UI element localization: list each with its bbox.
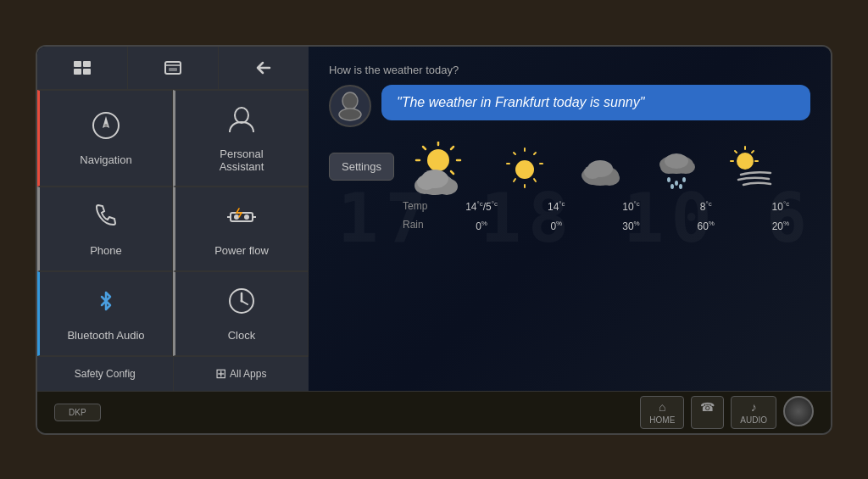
svg-line-25 — [423, 147, 426, 149]
svg-rect-1 — [83, 61, 91, 67]
sidebar-item-navigation[interactable]: Navigation — [37, 90, 173, 187]
safety-config-btn[interactable]: Safety Config — [37, 357, 174, 391]
svg-point-32 — [515, 160, 534, 179]
personal-assistant-label: PersonalAssistant — [220, 148, 264, 173]
svg-line-38 — [514, 179, 515, 181]
weather-section: Settings — [329, 144, 810, 232]
svg-point-49 — [665, 153, 688, 169]
weather-icons-row — [403, 144, 810, 195]
svg-point-53 — [670, 184, 674, 189]
audio-hw-button[interactable]: ♪ AUDIO — [731, 396, 776, 429]
svg-line-22 — [451, 147, 453, 149]
svg-point-50 — [667, 177, 670, 182]
clock-label: Clock — [228, 329, 256, 342]
svg-point-18 — [342, 92, 358, 109]
svg-point-19 — [339, 109, 361, 120]
weather-table: Temp Rain 14°c/5°c 0% 14 — [403, 200, 810, 232]
svg-point-8 — [235, 108, 248, 123]
svg-point-55 — [737, 153, 754, 170]
svg-line-59 — [735, 151, 737, 153]
back-btn[interactable] — [219, 47, 309, 89]
weather-icon-5 — [723, 144, 784, 195]
day3-rain: 30% — [622, 220, 639, 232]
day3-values: 10°c 30% — [601, 200, 660, 232]
home-hw-button[interactable]: ⌂ HOME — [640, 396, 684, 429]
all-apps-btn[interactable]: ⊞ All Apps — [174, 357, 309, 391]
voice-response-text: "The weather in Frankfurt today is sunny… — [397, 95, 644, 109]
car-screen: Navigation PersonalAssistant — [36, 45, 832, 435]
sidebar-item-power-flow[interactable]: Power flow — [173, 187, 309, 271]
all-apps-label: All Apps — [230, 368, 266, 380]
svg-line-57 — [752, 151, 754, 153]
svg-point-51 — [675, 181, 678, 186]
sidebar: Navigation PersonalAssistant — [37, 47, 309, 391]
svg-rect-5 — [169, 68, 177, 71]
settings-button[interactable]: Settings — [329, 153, 394, 181]
day5-values: 10°c 20% — [751, 200, 810, 232]
rain-label: Rain — [403, 219, 437, 231]
weather-icon-3 — [570, 144, 632, 195]
svg-point-20 — [427, 149, 449, 171]
home-hw-icon: ⌂ — [659, 400, 665, 414]
hardware-bar: DKP ⌂ HOME ☎ ♪ AUDIO — [37, 391, 831, 433]
svg-point-17 — [241, 300, 243, 303]
svg-point-11 — [244, 214, 249, 220]
svg-line-40 — [514, 153, 515, 154]
screen-switch-btn[interactable] — [37, 47, 128, 89]
dkp-label: DKP — [69, 408, 86, 417]
sidebar-item-phone[interactable]: Phone — [37, 187, 173, 271]
weather-icon-4 — [647, 144, 708, 195]
day4-values: 8°c 60% — [676, 200, 736, 232]
day5-rain: 20% — [772, 220, 789, 232]
svg-point-52 — [682, 177, 686, 182]
call-hw-icon: ☎ — [700, 400, 715, 414]
weather-content: Temp Rain 14°c/5°c 0% 14 — [403, 144, 810, 232]
sidebar-item-clock[interactable]: Clock — [173, 271, 309, 356]
svg-point-31 — [417, 175, 436, 190]
day4-temp: 8°c — [700, 200, 712, 213]
svg-rect-3 — [83, 69, 91, 75]
weather-day-1 — [403, 144, 479, 195]
svg-point-10 — [234, 214, 239, 220]
weather-values: 14°c/5°c 0% 14°c 0% 10°c 30% — [452, 200, 810, 232]
svg-rect-9 — [231, 213, 253, 221]
svg-point-54 — [679, 184, 682, 189]
main-content: 17 18 10 6 How is the weather today? "Th… — [309, 47, 831, 391]
bottom-bar: Safety Config ⊞ All Apps — [37, 356, 309, 391]
day3-temp: 10°c — [622, 200, 640, 213]
navigation-label: Navigation — [80, 153, 131, 166]
weather-labels: Temp Rain — [403, 200, 437, 232]
vol-knob[interactable] — [783, 396, 814, 426]
sidebar-item-personal-assistant[interactable]: PersonalAssistant — [173, 90, 309, 187]
personal-assistant-icon — [225, 103, 258, 142]
audio-hw-label: AUDIO — [740, 415, 767, 425]
media-btn[interactable] — [128, 47, 219, 89]
svg-line-34 — [534, 153, 536, 154]
audio-hw-icon: ♪ — [751, 400, 757, 414]
phone-icon — [90, 200, 122, 239]
day1-rain: 0% — [476, 220, 487, 232]
weather-day-2 — [494, 144, 555, 195]
day2-rain: 0% — [550, 220, 562, 232]
sidebar-item-bluetooth-audio[interactable]: Bluetooth Audio — [37, 271, 173, 356]
day1-values: 14°c/5°c 0% — [452, 200, 511, 232]
svg-rect-0 — [74, 61, 81, 67]
navigation-icon — [90, 109, 122, 148]
voice-response-bubble: "The weather in Frankfurt today is sunny… — [381, 85, 810, 120]
weather-day-3 — [570, 144, 632, 195]
day1-temp: 14°c/5°c — [465, 200, 498, 213]
all-apps-icon: ⊞ — [215, 365, 226, 382]
weather-day-5 — [723, 144, 784, 195]
call-hw-button[interactable]: ☎ — [691, 396, 724, 429]
svg-point-7 — [104, 124, 108, 127]
clock-icon — [225, 285, 258, 324]
weather-day-4 — [647, 144, 708, 195]
voice-query-text: How is the weather today? — [329, 64, 810, 76]
svg-point-45 — [584, 165, 601, 179]
day2-temp: 14°c — [548, 200, 565, 213]
svg-line-24 — [451, 171, 453, 174]
home-hw-label: HOME — [649, 415, 675, 425]
weather-icon-2 — [494, 144, 555, 195]
screen-inner: Navigation PersonalAssistant — [37, 47, 831, 391]
dkp-button[interactable]: DKP — [54, 404, 101, 421]
